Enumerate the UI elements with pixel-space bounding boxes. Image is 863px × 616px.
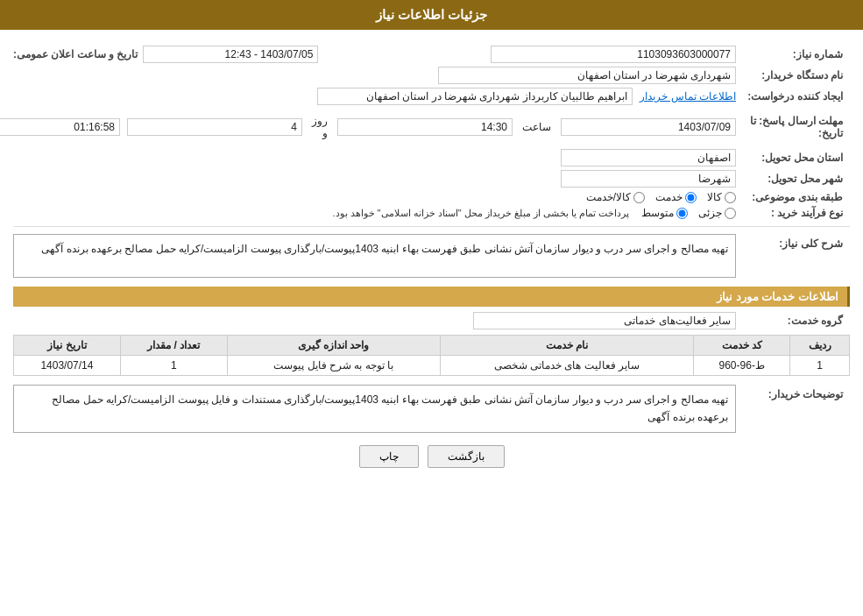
services-table: ردیف کد خدمت نام خدمت واحد اندازه گیری ت…: [13, 335, 850, 376]
cell-radif: 1: [790, 356, 850, 376]
col-namKhedmat: نام خدمت: [440, 336, 694, 356]
taarikh-value: 1403/07/05 - 12:43: [143, 46, 318, 63]
shahr-label: شهر محل تحویل:: [736, 173, 850, 185]
radio-motavaset: متوسط: [641, 207, 688, 219]
radio-khedmat-label: خدمت: [655, 191, 683, 203]
namedastgah-value: شهرداری شهرضا در استان اصفهان: [438, 67, 736, 84]
shahr-value: شهرضا: [561, 170, 736, 188]
radio-kala-khedmat-input[interactable]: [633, 192, 645, 203]
radio-kala-input[interactable]: [725, 192, 736, 203]
mohlat-saat-label: ساعت: [522, 121, 551, 133]
radio-motavaset-label: متوسط: [641, 207, 674, 219]
namedastgah-label: نام دستگاه خریدار:: [736, 69, 850, 81]
col-vahed: واحد اندازه گیری: [227, 336, 440, 356]
cell-vahed: با توجه به شرح فایل پیوست: [227, 356, 440, 376]
sharhKoli-value: تهیه مصالح و اجرای سر درب و دیوار سازمان…: [13, 234, 736, 278]
shomareNiaz-label: شماره نیاز:: [736, 48, 850, 60]
mohlat-remaining: 01:16:58: [0, 118, 120, 136]
mohlat-date: 1403/07/09: [561, 118, 736, 136]
mohlat-rooz-label: روز و: [312, 115, 328, 139]
tabaqe-label: طبقه بندی موضوعی:: [736, 191, 850, 203]
cell-tedad: 1: [120, 356, 227, 376]
ostan-value: اصفهان: [561, 149, 736, 166]
mohlat-saat: 14:30: [337, 118, 513, 136]
mohlat-rooz: 4: [127, 118, 302, 136]
cell-namKhedmat: سایر فعالیت های خدماتی شخصی: [440, 356, 694, 376]
back-button[interactable]: بازگشت: [428, 445, 505, 468]
radio-jozi-label: جزئی: [698, 207, 722, 219]
cell-kodKhedmat: ط-96-960: [694, 356, 790, 376]
tawzihKharidar-label: توضیحات خریدار:: [736, 385, 850, 400]
ijadKonande-link[interactable]: اطلاعات تماس خریدار: [640, 90, 736, 103]
radio-jozi: جزئی: [698, 207, 736, 219]
cell-tarikh: 1403/07/14: [14, 356, 121, 376]
radio-kala-khedmat: کالا/خدمت: [586, 191, 645, 203]
khadamat-section-title: اطلاعات خدمات مورد نیاز: [13, 287, 850, 307]
ijadKonande-value: ابراهیم طالبیان کاربرداز شهرداری شهرضا د…: [317, 88, 633, 105]
col-tedad: تعداد / مقدار: [120, 336, 227, 356]
shomareNiaz-value: 1103093603000077: [491, 46, 736, 63]
buttons-row: بازگشت چاپ: [13, 445, 850, 468]
tawzihKharidar-value: تهیه مصالح و اجرای سر درب و دیوار سازمان…: [13, 385, 736, 433]
col-kodKhedmat: کد خدمت: [694, 336, 790, 356]
print-button[interactable]: چاپ: [359, 445, 419, 468]
radio-motavaset-input[interactable]: [676, 208, 688, 219]
radio-khedmat: خدمت: [655, 191, 697, 203]
taarikh-label: تاریخ و ساعت اعلان عمومی:: [13, 48, 138, 60]
groupeKhedmat-value: سایر فعالیت‌های خدماتی: [473, 312, 736, 329]
col-radif: ردیف: [790, 336, 850, 356]
radio-khedmat-input[interactable]: [685, 192, 697, 203]
table-row: 1ط-96-960سایر فعالیت های خدماتی شخصیبا ت…: [14, 356, 850, 376]
radio-kala: کالا: [707, 191, 736, 203]
groupeKhedmat-label: گروه خدمت:: [736, 315, 850, 327]
mohlat-label: مهلت ارسال پاسخ: تا تاریخ:: [736, 115, 850, 139]
ostan-label: استان محل تحویل:: [736, 152, 850, 164]
radio-kala-label: کالا: [707, 191, 722, 203]
noeFarayand-label: نوع فرآیند خرید :: [736, 207, 850, 219]
ijadKonande-label: ایجاد کننده درخواست:: [736, 90, 850, 103]
col-tarikh: تاریخ نیاز: [14, 336, 121, 356]
sharhKoli-label: شرح کلی نیاز:: [736, 234, 850, 250]
header-title: جزئیات اطلاعات نیاز: [376, 7, 487, 22]
page-header: جزئیات اطلاعات نیاز: [0, 0, 863, 30]
radio-jozi-input[interactable]: [725, 208, 736, 219]
noeFarayand-note: پرداخت تمام یا بخشی از مبلغ خریداز محل "…: [332, 208, 629, 219]
radio-kala-khedmat-label: کالا/خدمت: [586, 191, 631, 203]
